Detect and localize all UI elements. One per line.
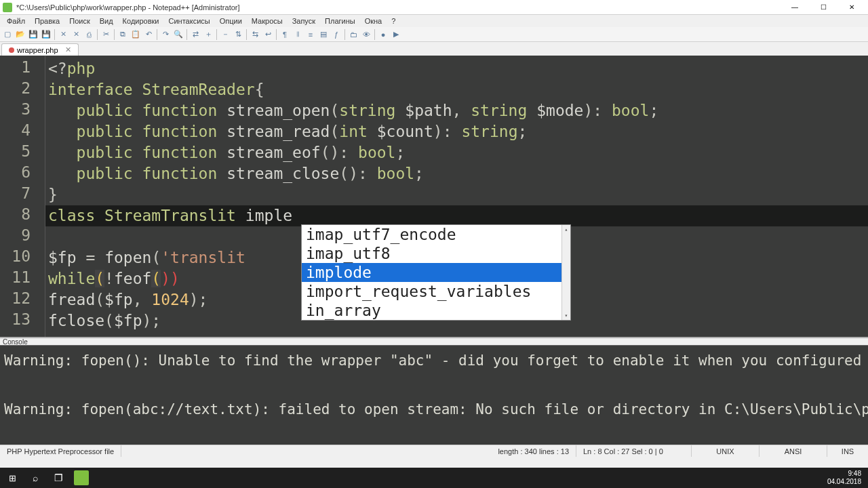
undo-icon[interactable]: ↶ [142,28,155,41]
autocomplete-scrollbar[interactable]: ▴ ▾ [561,225,570,320]
folder-icon[interactable]: 🗀 [347,28,359,41]
autocomplete-popup[interactable]: imap_utf7_encodeimap_utf8implodeimport_r… [301,224,571,321]
line-number: 2 [0,79,37,100]
console-label: Console [0,337,868,345]
code-line[interactable]: public function stream_eof(): bool; [45,142,868,163]
copy-icon[interactable]: ⧉ [117,28,129,41]
line-number: 9 [0,226,37,247]
line-number: 4 [0,121,37,142]
tab-wrapper-php[interactable]: wrapper.php ✕ [1,43,79,56]
indent-guide-icon[interactable]: ⦀ [292,28,304,41]
toolbar: ▢📂💾💾⨯⨯⎙✂⧉📋↶↷🔍⇄＋－⇅⇆↩¶⦀≡▤ƒ🗀👁●▶ [0,27,868,42]
tab-label: wrapper.php [17,46,58,54]
menu-плагины[interactable]: Плагины [321,16,359,26]
line-number: 13 [0,310,37,331]
tray-clock[interactable]: 9:48 04.04.2018 [827,470,865,486]
menu-bar: ФайлПравкаПоискВидКодировкиСинтаксисыОпц… [0,15,868,27]
window-title: *C:\Users\Public\php\work\wrapper.php - … [16,3,781,12]
code-line[interactable]: } [45,184,868,205]
line-number: 5 [0,142,37,163]
code-line[interactable]: <?php [45,58,868,79]
status-mode: INS [827,445,868,457]
close-all-icon[interactable]: ⨯ [70,28,82,41]
code-area[interactable]: <?phpinterface StreamReader{ public func… [45,56,868,337]
code-line[interactable]: public function stream_open(string $path… [45,100,868,121]
line-number: 11 [0,268,37,289]
menu-опции[interactable]: Опции [216,16,246,26]
line-number: 10 [0,247,37,268]
zoom-in-icon[interactable]: ＋ [202,28,214,41]
close-icon[interactable]: ⨯ [57,28,69,41]
cut-icon[interactable]: ✂ [100,28,112,41]
minimize-button[interactable]: — [781,1,808,14]
menu-макросы[interactable]: Макросы [248,16,287,26]
menu-поиск[interactable]: Поиск [65,16,94,26]
code-line[interactable]: class StreamTranslit imple [45,205,868,226]
autocomplete-item[interactable]: imap_utf7_encode [302,225,570,244]
find-icon[interactable]: 🔍 [172,28,184,41]
zoom-out-icon[interactable]: － [219,28,231,41]
code-line[interactable]: interface StreamReader{ [45,79,868,100]
fold-column [37,56,45,337]
save-icon[interactable]: 💾 [27,28,39,41]
status-eol: UNIX [692,445,760,457]
paste-icon[interactable]: 📋 [130,28,142,41]
menu-вид[interactable]: Вид [96,16,117,26]
editor[interactable]: 12345678910111213 <?phpinterface StreamR… [0,56,868,337]
all-chars-icon[interactable]: ¶ [279,28,291,41]
autocomplete-item[interactable]: import_request_variables [302,282,570,301]
status-filetype: PHP Hypertext Preprocessor file [0,445,121,457]
code-line[interactable]: public function stream_close(): bool; [45,163,868,184]
status-length: length : 340 lines : 13 [491,445,576,457]
sync-v-icon[interactable]: ⇅ [232,28,244,41]
print-icon[interactable]: ⎙ [83,28,95,41]
status-bar: PHP Hypertext Preprocessor file length :… [0,445,868,457]
taskbar-app-notepadpp[interactable] [72,469,91,487]
task-view-icon[interactable]: ❐ [49,469,68,487]
search-icon[interactable]: ⌕ [26,469,45,487]
doc-map-icon[interactable]: ▤ [317,28,330,41]
scroll-down-icon[interactable]: ▾ [562,311,570,320]
record-icon[interactable]: ● [377,28,389,41]
console-output[interactable]: Warning: fopen(): Unable to find the wra… [0,345,868,445]
close-button[interactable]: ✕ [838,1,865,14]
wrap-icon[interactable]: ↩ [262,28,274,41]
app-icon [3,3,12,12]
line-number: 3 [0,100,37,121]
monitor-icon[interactable]: 👁 [360,28,372,41]
menu-синтаксисы[interactable]: Синтаксисы [165,16,214,26]
autocomplete-item[interactable]: imap_utf8 [302,244,570,263]
modified-dot-icon [9,47,14,53]
line-number: 7 [0,184,37,205]
menu-окна[interactable]: Окна [361,16,387,26]
line-number: 1 [0,58,37,79]
taskbar: ⊞ ⌕ ❐ 9:48 04.04.2018 [0,468,868,488]
code-line[interactable]: public function stream_read(int $count):… [45,121,868,142]
play-icon[interactable]: ▶ [390,28,402,41]
new-file-icon[interactable]: ▢ [1,28,14,41]
sync-h-icon[interactable]: ⇆ [249,28,261,41]
tab-bar: wrapper.php ✕ [0,42,868,56]
title-bar: *C:\Users\Public\php\work\wrapper.php - … [0,0,868,15]
autocomplete-item[interactable]: in_array [302,301,570,320]
save-all-icon[interactable]: 💾 [40,28,52,41]
start-button[interactable]: ⊞ [3,469,22,487]
menu-?[interactable]: ? [387,16,399,26]
line-gutter: 12345678910111213 [0,56,37,337]
replace-icon[interactable]: ⇄ [189,28,201,41]
lang-icon[interactable]: ≡ [304,28,317,41]
status-position: Ln : 8 Col : 27 Sel : 0 | 0 [576,445,692,457]
menu-кодировки[interactable]: Кодировки [119,16,163,26]
status-encoding: ANSI [760,445,827,457]
scroll-up-icon[interactable]: ▴ [562,225,570,234]
maximize-button[interactable]: ☐ [810,1,837,14]
autocomplete-item[interactable]: implode [302,263,570,282]
open-file-icon[interactable]: 📂 [14,28,26,41]
redo-icon[interactable]: ↷ [159,28,172,41]
menu-файл[interactable]: Файл [3,16,29,26]
tab-close-icon[interactable]: ✕ [65,45,71,54]
func-list-icon[interactable]: ƒ [330,28,342,41]
menu-запуск[interactable]: Запуск [288,16,319,26]
menu-правка[interactable]: Правка [31,16,64,26]
line-number: 6 [0,163,37,184]
